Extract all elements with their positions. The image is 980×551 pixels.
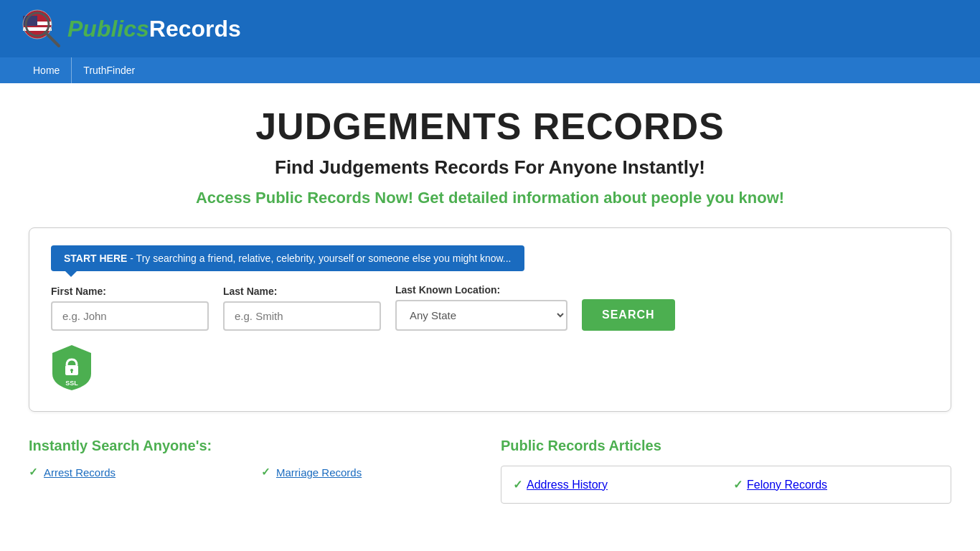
site-header: PublicsRecords	[0, 0, 980, 57]
instantly-title: Instantly Search Anyone's:	[29, 438, 479, 454]
list-item: Felony Records	[733, 478, 939, 491]
last-name-group: Last Name:	[223, 286, 381, 331]
start-banner: START HERE - Try searching a friend, rel…	[51, 245, 524, 271]
svg-text:SSL: SSL	[65, 380, 78, 387]
search-container: START HERE - Try searching a friend, rel…	[29, 227, 951, 412]
logo[interactable]: PublicsRecords	[22, 9, 241, 49]
first-name-group: First Name:	[51, 286, 209, 331]
first-name-input[interactable]	[51, 301, 209, 331]
main-content: JUDGEMENTS RECORDS Find Judgements Recor…	[0, 83, 980, 525]
page-subtitle: Find Judgements Records For Anyone Insta…	[29, 156, 951, 179]
articles-section: Public Records Articles Address History …	[501, 438, 951, 504]
logo-icon	[22, 9, 62, 49]
instantly-links: Arrest Records Marriage Records	[29, 466, 479, 479]
instantly-section: Instantly Search Anyone's: Arrest Record…	[29, 438, 479, 504]
list-item: Marriage Records	[261, 466, 479, 479]
location-group: Last Known Location: Any State Alabama A…	[395, 284, 567, 331]
page-title: JUDGEMENTS RECORDS	[29, 105, 951, 148]
articles-title: Public Records Articles	[501, 438, 951, 454]
last-name-input[interactable]	[223, 301, 381, 331]
ssl-shield-icon: SSL	[51, 344, 93, 391]
last-name-label: Last Name:	[223, 286, 381, 297]
search-button[interactable]: SEARCH	[582, 299, 675, 331]
nav-home[interactable]: Home	[22, 57, 71, 83]
nav-truthfinder[interactable]: TruthFinder	[72, 57, 146, 83]
svg-rect-9	[71, 370, 72, 373]
marriage-records-link[interactable]: Marriage Records	[276, 466, 362, 479]
arrest-records-link[interactable]: Arrest Records	[44, 466, 116, 479]
ssl-badge: SSL	[51, 344, 929, 391]
start-banner-text: - Try searching a friend, relative, cele…	[130, 253, 511, 264]
state-select[interactable]: Any State Alabama Alaska Arizona Califor…	[395, 300, 567, 331]
main-nav: Home TruthFinder	[0, 57, 980, 83]
articles-box: Address History Felony Records	[501, 466, 951, 504]
bottom-section: Instantly Search Anyone's: Arrest Record…	[29, 438, 951, 504]
links-col-2: Marriage Records	[261, 466, 479, 479]
logo-publics: Publics	[67, 16, 149, 42]
articles-list: Address History Felony Records	[513, 478, 939, 491]
logo-records: Records	[149, 16, 241, 42]
links-col-1: Arrest Records	[29, 466, 247, 479]
svg-line-6	[45, 32, 59, 46]
search-form: First Name: Last Name: Last Known Locati…	[51, 284, 929, 331]
list-item: Address History	[513, 478, 719, 491]
address-history-link[interactable]: Address History	[527, 479, 608, 491]
list-item: Arrest Records	[29, 466, 247, 479]
logo-text: PublicsRecords	[67, 16, 241, 42]
page-tagline: Access Public Records Now! Get detailed …	[29, 189, 951, 207]
felony-records-link[interactable]: Felony Records	[747, 479, 827, 491]
start-here-label: START HERE	[64, 253, 127, 264]
first-name-label: First Name:	[51, 286, 209, 297]
location-label: Last Known Location:	[395, 284, 567, 296]
